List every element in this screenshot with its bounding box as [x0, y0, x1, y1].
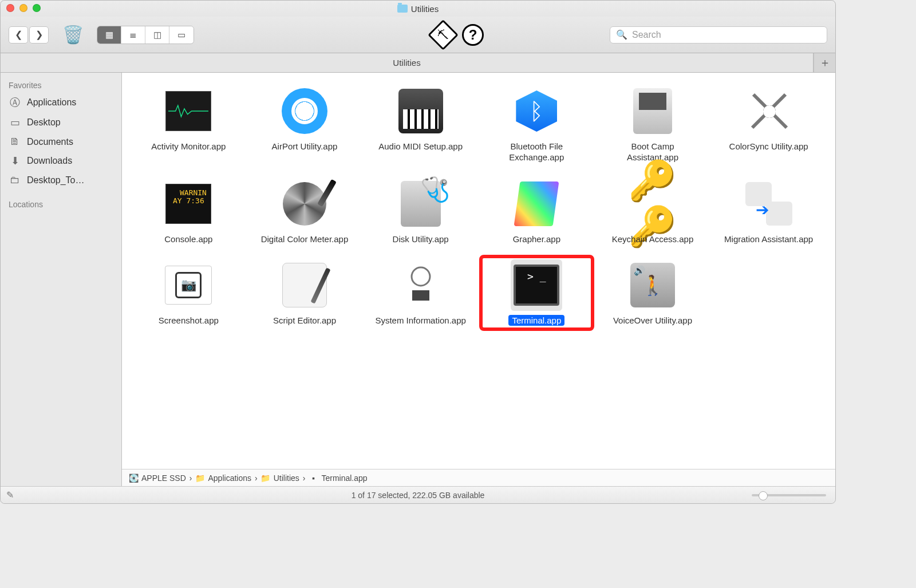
path-crumb[interactable]: 📁Utilities — [261, 473, 299, 483]
view-icon-button[interactable]: ▦ — [97, 26, 121, 44]
sidebar-item-label: Downloads — [27, 156, 72, 166]
activity-icon — [163, 85, 214, 137]
search-icon: 🔍 — [616, 29, 627, 40]
view-column-button[interactable]: ◫ — [145, 26, 169, 44]
app-label: Audio MIDI Setup.app — [375, 141, 467, 152]
app-activity-monitor-app[interactable]: Activity Monitor.app — [133, 83, 244, 165]
privileges-icon[interactable]: ⛏ — [428, 19, 459, 50]
sidebar-item-downloads[interactable]: ⬇Downloads — [1, 151, 121, 171]
app-label: Terminal.app — [491, 315, 582, 326]
app-label: Console.app — [143, 234, 234, 245]
app-label: Disk Utility.app — [375, 234, 467, 245]
back-button[interactable]: ❮ — [9, 26, 28, 44]
status-bar: ✎ 1 of 17 selected, 222.05 GB available — [1, 486, 835, 503]
path-crumb-label: Terminal.app — [321, 473, 367, 483]
svg-rect-6 — [412, 290, 429, 301]
tab-utilities[interactable]: Utilities — [1, 53, 814, 72]
new-tab-button[interactable]: ＋ — [814, 53, 835, 72]
app-label: Keychain Access.app — [607, 234, 698, 245]
app-grapher-app[interactable]: Grapher.app — [481, 176, 592, 247]
tab-label: Utilities — [393, 58, 420, 68]
sidebar-header: Locations — [1, 198, 121, 211]
app-label: Screenshot.app — [143, 315, 234, 326]
window-titlebar: Utilities — [1, 1, 835, 17]
desktop-icon: ▭ — [9, 116, 21, 129]
app-mini: ▪ — [309, 473, 318, 483]
sidebar-item-applications[interactable]: ⒶApplications — [1, 92, 121, 113]
svg-point-3 — [763, 105, 776, 118]
icon-grid: Activity Monitor.appAirPort Utility.appA… — [133, 83, 824, 329]
app-terminal-app[interactable]: > _Terminal.app — [481, 257, 592, 329]
path-crumb-label: APPLE SSD — [141, 473, 186, 483]
terminal-icon: > _ — [511, 259, 562, 311]
zoom-button[interactable] — [33, 4, 41, 12]
close-button[interactable] — [6, 4, 14, 12]
sidebar-item-label: Applications — [27, 97, 76, 108]
minimize-button[interactable] — [19, 4, 27, 12]
apps-icon: Ⓐ — [9, 96, 21, 109]
app-audio-midi-setup-app[interactable]: Audio MIDI Setup.app — [365, 83, 476, 165]
bt-icon: ᛒ — [511, 85, 562, 137]
sysinfo-icon — [395, 259, 447, 311]
app-keychain-access-app[interactable]: 🔑🔑Keychain Access.app — [598, 176, 708, 247]
app-screenshot-app[interactable]: Screenshot.app — [133, 257, 244, 329]
window-title: Utilities — [397, 4, 439, 14]
app-system-information-app[interactable]: System Information.app — [365, 257, 476, 329]
forward-button[interactable]: ❯ — [29, 26, 49, 44]
sidebar-item-label: Desktop_To… — [27, 175, 85, 186]
screenshot-icon — [163, 259, 214, 311]
view-mode-group: ▦ ≣ ◫ ▭ — [97, 26, 194, 44]
app-bluetooth-file-exchange-app[interactable]: ᛒBluetooth File Exchange.app — [481, 83, 592, 165]
search-input[interactable] — [632, 30, 821, 40]
script-icon — [279, 259, 330, 311]
app-label: ColorSync Utility.app — [723, 141, 815, 152]
app-airport-utility-app[interactable]: AirPort Utility.app — [250, 83, 360, 165]
path-crumb[interactable]: ▪Terminal.app — [309, 473, 367, 483]
view-list-button[interactable]: ≣ — [121, 26, 145, 44]
app-disk-utility-app[interactable]: Disk Utility.app — [365, 176, 476, 247]
sidebar-item-desktop[interactable]: ▭Desktop — [1, 113, 121, 132]
view-gallery-button[interactable]: ▭ — [169, 26, 194, 44]
icon-size-slider[interactable] — [752, 494, 826, 496]
folder-icon — [397, 5, 408, 13]
app-migration-assistant-app[interactable]: ➔Migration Assistant.app — [713, 176, 824, 247]
sidebar-item-desktop-to-[interactable]: 🗀Desktop_To… — [1, 171, 121, 190]
icon-grid-area[interactable]: Activity Monitor.appAirPort Utility.appA… — [122, 73, 835, 469]
sidebar-header: Favorites — [1, 78, 121, 92]
toolbar: ❮ ❯ 🗑️ ▦ ≣ ◫ ▭ ⛏ ? 🔍 — [1, 17, 835, 53]
sidebar: FavoritesⒶApplications▭Desktop🗎Documents… — [1, 73, 122, 486]
edit-tags-icon[interactable]: ✎ — [6, 490, 14, 500]
search-field[interactable]: 🔍 — [610, 26, 827, 44]
sidebar-item-documents[interactable]: 🗎Documents — [1, 132, 121, 151]
trash-icon[interactable]: 🗑️ — [62, 25, 83, 45]
path-crumb[interactable]: 💽APPLE SSD — [129, 473, 186, 483]
app-label: VoiceOver Utility.app — [607, 315, 698, 326]
help-icon[interactable]: ? — [462, 24, 484, 46]
path-crumb[interactable]: 📁Applications — [196, 473, 252, 483]
svg-point-5 — [412, 267, 430, 286]
documents-icon: 🗎 — [9, 136, 21, 148]
path-separator: › — [303, 473, 306, 483]
dcm-icon — [279, 178, 330, 230]
app-colorsync-utility-app[interactable]: ColorSync Utility.app — [713, 83, 824, 165]
migration-icon: ➔ — [743, 178, 795, 230]
app-voiceover-utility-app[interactable]: 🚶VoiceOver Utility.app — [598, 257, 708, 329]
bootcamp-icon — [627, 85, 678, 137]
app-boot-camp-assistant-app[interactable]: Boot Camp Assistant.app — [598, 83, 708, 165]
app-digital-color-meter-app[interactable]: Digital Color Meter.app — [250, 176, 360, 247]
console-icon: WARNIN AY 7:36 — [163, 178, 214, 230]
sidebar-item-label: Desktop — [27, 117, 61, 128]
app-console-app[interactable]: WARNIN AY 7:36Console.app — [133, 176, 244, 247]
app-label: System Information.app — [375, 315, 467, 326]
grapher-icon — [511, 178, 562, 230]
sidebar-item-label: Documents — [27, 137, 73, 147]
app-label: Bluetooth File Exchange.app — [491, 141, 582, 163]
path-separator: › — [255, 473, 258, 483]
keychain-icon: 🔑🔑 — [627, 178, 678, 230]
app-label: Activity Monitor.app — [143, 141, 234, 152]
app-label: AirPort Utility.app — [259, 141, 350, 152]
app-script-editor-app[interactable]: Script Editor.app — [250, 257, 360, 329]
path-separator: › — [189, 473, 192, 483]
path-bar: 💽APPLE SSD › 📁Applications › 📁Utilities … — [122, 469, 835, 486]
window-controls — [6, 4, 41, 12]
